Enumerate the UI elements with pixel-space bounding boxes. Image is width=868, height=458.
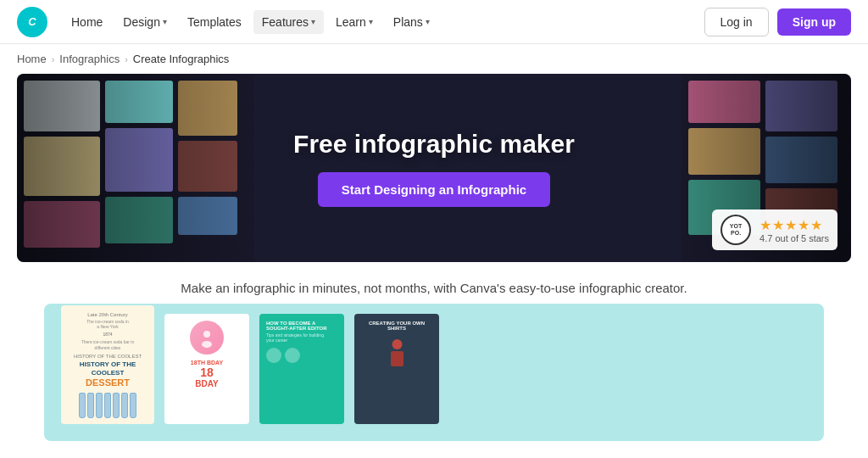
dessert-label-top: Late 20th Century (87, 312, 128, 317)
nav-item-design[interactable]: Design ▾ (114, 10, 175, 34)
dessert-subtitle-text: The ice-cream soda ina New York (86, 319, 128, 329)
rating-badge: YOTPO. ★★★★★ 4.7 out of 5 stars (712, 209, 837, 250)
bday-label: BDAY (195, 379, 218, 388)
bottle-4 (104, 393, 111, 418)
nav-item-plans[interactable]: Plans ▾ (385, 10, 438, 34)
bottle-7 (130, 393, 136, 418)
svg-point-2 (392, 339, 402, 349)
star-rating: ★★★★★ (760, 217, 829, 233)
chevron-down-icon: ▾ (426, 17, 430, 26)
chevron-down-icon: ▾ (311, 17, 315, 26)
yotpo-text: YOTPO. (730, 223, 742, 237)
shirts-title: CREATING YOUR OWN SHIRTS (361, 321, 432, 331)
person-icon (197, 327, 217, 348)
breadcrumb-separator: › (125, 54, 128, 64)
gallery-card-editor[interactable]: HOW TO BECOME A SOUGHT-AFTER EDITOR Tips… (259, 314, 344, 424)
chevron-down-icon: ▾ (163, 17, 167, 26)
gallery-inner: Late 20th Century The ice-cream soda ina… (44, 304, 824, 441)
editor-title: HOW TO BECOME A SOUGHT-AFTER EDITOR (266, 321, 337, 331)
login-button[interactable]: Log in (704, 8, 769, 36)
hero-banner: Free infographic maker Start Designing a… (17, 74, 851, 262)
editor-icons (266, 348, 337, 363)
nav-item-features[interactable]: Features ▾ (253, 10, 324, 34)
shirt-figure-icon (382, 336, 412, 370)
hero-title: Free infographic maker (293, 130, 575, 159)
gallery-card-dessert-content: Late 20th Century The ice-cream soda ina… (61, 305, 154, 424)
editor-icon-2 (285, 348, 300, 363)
hero-cta-button[interactable]: Start Designing an Infographic (318, 172, 550, 207)
dessert-year: 1874 (103, 332, 112, 337)
gallery-card-bday-content: 18TH BDAY 18 BDAY (164, 314, 249, 424)
nav-item-home[interactable]: Home (63, 10, 111, 34)
logo-text: C (28, 15, 36, 28)
bottle-3 (96, 393, 103, 418)
dessert-title-top: HISTORY OF THE COOLEST (74, 354, 142, 359)
svg-point-0 (203, 331, 210, 338)
bottle-6 (121, 393, 128, 418)
bday-photo (190, 321, 224, 355)
rating-text: 4.7 out of 5 stars (760, 233, 829, 243)
signup-button[interactable]: Sign up (777, 8, 851, 36)
dessert-title-main: DESSERT (86, 378, 130, 388)
svg-point-1 (202, 341, 212, 348)
nav-links: Home Design ▾ Templates Features ▾ Learn… (63, 10, 704, 34)
gallery-card-bday[interactable]: 18TH BDAY 18 BDAY (164, 314, 249, 424)
yotpo-logo: YOTPO. (721, 215, 751, 245)
shirts-figure (382, 336, 412, 370)
breadcrumb: Home › Infographics › Create Infographic… (0, 44, 868, 74)
gallery-card-dessert[interactable]: Late 20th Century The ice-cream soda ina… (61, 305, 154, 424)
navbar: C Home Design ▾ Templates Features ▾ Lea… (0, 0, 868, 44)
nav-item-learn[interactable]: Learn ▾ (327, 10, 381, 34)
gallery-card-shirts[interactable]: CREATING YOUR OWN SHIRTS (354, 314, 439, 424)
canva-logo[interactable]: C (17, 7, 47, 37)
svg-rect-3 (391, 351, 403, 366)
breadcrumb-home[interactable]: Home (17, 53, 47, 65)
subtitle: Make an infographic in minutes, not mont… (0, 262, 868, 304)
nav-actions: Log in Sign up (704, 8, 851, 36)
bottle-1 (79, 393, 86, 418)
template-gallery: Late 20th Century The ice-cream soda ina… (27, 304, 841, 441)
editor-icon-1 (266, 348, 281, 363)
gallery-card-shirts-content: CREATING YOUR OWN SHIRTS (354, 314, 439, 424)
bottle-2 (87, 393, 94, 418)
editor-body: Tips and strategies for buildingyour car… (266, 332, 337, 343)
breadcrumb-infographics[interactable]: Infographics (59, 53, 120, 65)
nav-item-templates[interactable]: Templates (179, 10, 250, 34)
bday-number: 18 (200, 366, 214, 379)
dessert-desc: There ice-cream soda bar indifferent cit… (81, 339, 135, 350)
dessert-title-small: HISTORY OF THE COOLEST (66, 360, 149, 377)
breadcrumb-separator: › (52, 54, 55, 64)
gallery-card-editor-content: HOW TO BECOME A SOUGHT-AFTER EDITOR Tips… (259, 314, 344, 424)
stars-container: ★★★★★ 4.7 out of 5 stars (760, 217, 829, 243)
dessert-bottles (79, 393, 136, 418)
breadcrumb-current: Create Infographics (133, 53, 229, 65)
bottle-5 (113, 393, 120, 418)
chevron-down-icon: ▾ (369, 17, 373, 26)
bday-title: 18TH BDAY (191, 360, 223, 366)
